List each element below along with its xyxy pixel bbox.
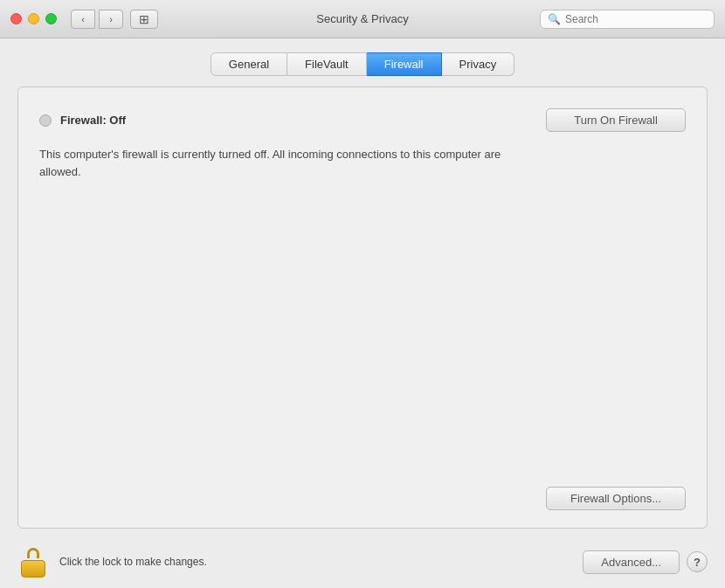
firewall-description: This computer's firewall is currently tu…: [39, 146, 528, 180]
turn-on-firewall-button[interactable]: Turn On Firewall: [546, 108, 686, 132]
search-icon: 🔍: [548, 13, 561, 25]
firewall-status-row: Firewall: Off Turn On Firewall: [39, 108, 686, 132]
status-indicator: [39, 114, 52, 127]
lock-body: [21, 560, 45, 578]
grid-button[interactable]: ⊞: [130, 10, 158, 29]
tabs-bar: General FileVault Firewall Privacy: [0, 38, 725, 86]
spacer: [39, 197, 686, 483]
minimize-button[interactable]: [28, 13, 39, 24]
close-button[interactable]: [10, 13, 22, 24]
tab-general[interactable]: General: [211, 52, 287, 76]
back-button[interactable]: ‹: [71, 10, 95, 29]
tab-privacy[interactable]: Privacy: [442, 52, 515, 76]
advanced-button[interactable]: Advanced...: [583, 550, 680, 574]
tab-firewall[interactable]: Firewall: [367, 52, 442, 76]
lock-label: Click the lock to make changes.: [59, 556, 207, 568]
window-title: Security & Privacy: [316, 12, 408, 25]
firewall-options-button[interactable]: Firewall Options...: [546, 487, 686, 510]
lock-section: Click the lock to make changes.: [17, 546, 207, 578]
firewall-status-label: Firewall: Off: [60, 114, 126, 127]
firewall-status-left: Firewall: Off: [39, 114, 126, 127]
search-box[interactable]: 🔍: [540, 10, 715, 29]
lock-shackle: [27, 548, 39, 558]
titlebar: ‹ › ⊞ Security & Privacy 🔍: [0, 0, 725, 38]
search-input[interactable]: [565, 13, 707, 25]
lock-icon[interactable]: [17, 546, 49, 578]
maximize-button[interactable]: [45, 13, 57, 24]
bottom-bar: Click the lock to make changes. Advanced…: [0, 536, 725, 588]
main-content: General FileVault Firewall Privacy Firew…: [0, 38, 725, 588]
nav-buttons: ‹ ›: [71, 10, 123, 29]
tab-filevault[interactable]: FileVault: [287, 52, 367, 76]
forward-button[interactable]: ›: [99, 10, 123, 29]
help-button[interactable]: ?: [687, 551, 708, 572]
traffic-lights: [10, 13, 57, 24]
bottom-right-buttons: Advanced... ?: [583, 550, 708, 574]
firewall-panel: Firewall: Off Turn On Firewall This comp…: [17, 86, 708, 529]
